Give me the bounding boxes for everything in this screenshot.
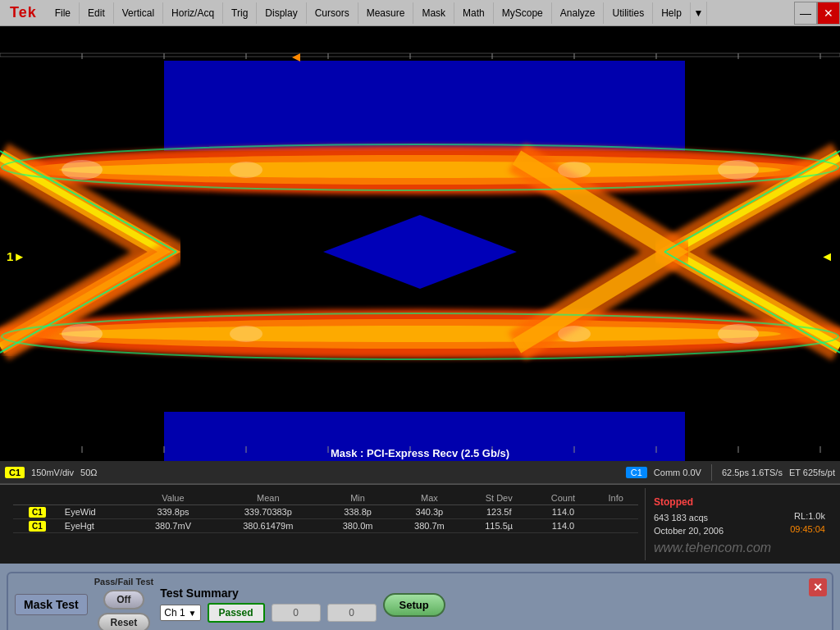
channel-select[interactable]: Ch 1 ▼	[160, 605, 200, 621]
menu-vertical[interactable]: Vertical	[114, 2, 163, 24]
menu-math[interactable]: Math	[454, 2, 494, 24]
row-max: 380.7m	[394, 519, 465, 533]
ch-select-arrow-icon[interactable]: ▼	[189, 609, 197, 618]
row-min: 338.8p	[322, 505, 393, 519]
row-label: EyeWid	[62, 505, 132, 519]
row-mean: 380.61479m	[214, 519, 322, 533]
reset-button[interactable]: Reset	[98, 613, 151, 630]
col-count: Count	[532, 491, 593, 505]
menu-bar: Tek File Edit Vertical Horiz/Acq Trig Di…	[0, 0, 840, 26]
col-ch	[13, 491, 62, 505]
test-summary-area: Test Summary Ch 1 ▼ Passed 0 0	[160, 587, 376, 623]
col-mean: Mean	[214, 491, 322, 505]
svg-point-23	[62, 160, 103, 180]
count1-box: 0	[272, 604, 321, 622]
bottom-area: Mask Test Pass/Fail Test Off Reset Test …	[0, 564, 840, 630]
row-stdev: 123.5f	[465, 505, 532, 519]
right-indicator: ◄	[820, 249, 833, 264]
status-bar: C1 150mV/div 50Ω C1 Comm 0.0V 62.5ps 1.6…	[0, 461, 840, 484]
measurement-table: Value Mean Min Max St Dev Count Info C1 …	[13, 491, 638, 533]
svg-point-29	[558, 326, 591, 342]
ch-comm-badge: C1	[626, 467, 647, 478]
mask-test-title: Mask Test	[15, 594, 88, 615]
table-row: C1 EyeHgt 380.7mV 380.61479m 380.0m 380.…	[13, 519, 638, 533]
svg-point-26	[718, 160, 759, 180]
menu-utilities[interactable]: Utilities	[604, 2, 653, 24]
menu-help[interactable]: Help	[653, 2, 691, 24]
menu-myscope[interactable]: MyScope	[494, 2, 552, 24]
info-stopped-row: Stopped	[654, 493, 825, 511]
eye-diagram-svg: Mask : PCI-Express Recv (2.5 Gb/s)	[0, 26, 840, 461]
row-max: 340.3p	[394, 505, 465, 519]
row-count: 114.0	[532, 505, 593, 519]
menu-dropdown[interactable]: ▼	[691, 2, 707, 25]
close-panel-area: ✕	[809, 578, 827, 596]
stopped-label: Stopped	[654, 496, 693, 508]
ch-select-text: Ch 1	[164, 607, 185, 619]
count2-box: 0	[327, 604, 377, 622]
setup-button[interactable]: Setup	[383, 593, 445, 617]
row-min: 380.0m	[322, 519, 393, 533]
trigger-indicator: 1►	[7, 249, 25, 263]
row-value: 380.7mV	[132, 519, 214, 533]
menu-analyze[interactable]: Analyze	[552, 2, 605, 24]
menu-file[interactable]: File	[47, 2, 80, 24]
ch-settings-text: 150mV/div	[31, 468, 74, 477]
measurement-rows: C1 EyeWid 339.8ps 339.70383p 338.8p 340.…	[13, 505, 638, 533]
menu-trig[interactable]: Trig	[223, 2, 257, 24]
test-summary-title: Test Summary	[160, 587, 238, 600]
info-panel: Stopped 643 183 acqs RL:1.0k October 20,…	[645, 488, 833, 560]
pf-label: Pass/Fail Test	[94, 577, 154, 587]
row-label: EyeHgt	[62, 519, 132, 533]
menu-mask[interactable]: Mask	[413, 2, 454, 24]
svg-point-16	[59, 162, 781, 178]
summary-row: Ch 1 ▼ Passed 0 0	[160, 603, 376, 623]
info-date-row: October 20, 2006 09:45:04	[654, 524, 825, 537]
row-mean: 339.70383p	[214, 505, 322, 519]
menu-measure[interactable]: Measure	[358, 2, 414, 24]
measurement-area: Value Mean Min Max St Dev Count Info C1 …	[0, 484, 840, 564]
col-value: Value	[132, 491, 214, 505]
scope-display: Mask : PCI-Express Recv (2.5 Gb/s) 1► ◄	[0, 26, 840, 461]
menu-display[interactable]: Display	[257, 2, 306, 24]
row-info	[593, 505, 638, 519]
watermark-text: www.tehencom.com	[654, 541, 825, 555]
svg-rect-12	[164, 61, 685, 151]
rl-label: RL:1.0k	[794, 511, 825, 524]
row-count: 114.0	[532, 519, 593, 533]
ch1-badge: C1	[5, 467, 25, 478]
tek-logo: Tek	[0, 4, 47, 21]
comm-label: Comm 0.0V	[654, 468, 701, 477]
svg-point-24	[230, 162, 262, 178]
date-label: October 20, 2006	[654, 526, 724, 536]
window-controls: — ✕	[794, 2, 840, 25]
svg-point-27	[62, 324, 103, 344]
svg-point-30	[718, 324, 759, 344]
time-value: 09:45:04	[790, 524, 825, 537]
row-ch-badge: C1	[13, 505, 62, 519]
svg-point-25	[558, 162, 591, 178]
row-ch-badge: C1	[13, 519, 62, 533]
menu-cursors[interactable]: Cursors	[307, 2, 358, 24]
passfail-panel: Mask Test Pass/Fail Test Off Reset Test …	[7, 572, 833, 630]
close-button[interactable]: ✕	[817, 2, 840, 25]
col-stdev: St Dev	[465, 491, 532, 505]
acqs-label: 643 183 acqs	[654, 513, 708, 523]
menu-horizacq[interactable]: Horiz/Acq	[163, 2, 223, 24]
timing-text: 62.5ps 1.6TS/s	[722, 468, 783, 477]
col-max: Max	[394, 491, 465, 505]
row-value: 339.8ps	[132, 505, 214, 519]
col-min: Min	[322, 491, 393, 505]
minimize-button[interactable]: —	[794, 2, 817, 25]
et-text: ET 625fs/pt	[789, 468, 835, 477]
passed-status-box: Passed	[208, 603, 265, 623]
pass-fail-test-group: Pass/Fail Test Off Reset	[94, 577, 154, 630]
svg-point-28	[230, 326, 262, 342]
row-stdev: 115.5µ	[465, 519, 532, 533]
close-panel-button[interactable]: ✕	[809, 578, 827, 596]
row-info	[593, 519, 638, 533]
off-button[interactable]: Off	[103, 590, 144, 609]
menu-edit[interactable]: Edit	[80, 2, 114, 24]
col-info: Info	[593, 491, 638, 505]
info-acqs-row: 643 183 acqs RL:1.0k	[654, 511, 825, 524]
